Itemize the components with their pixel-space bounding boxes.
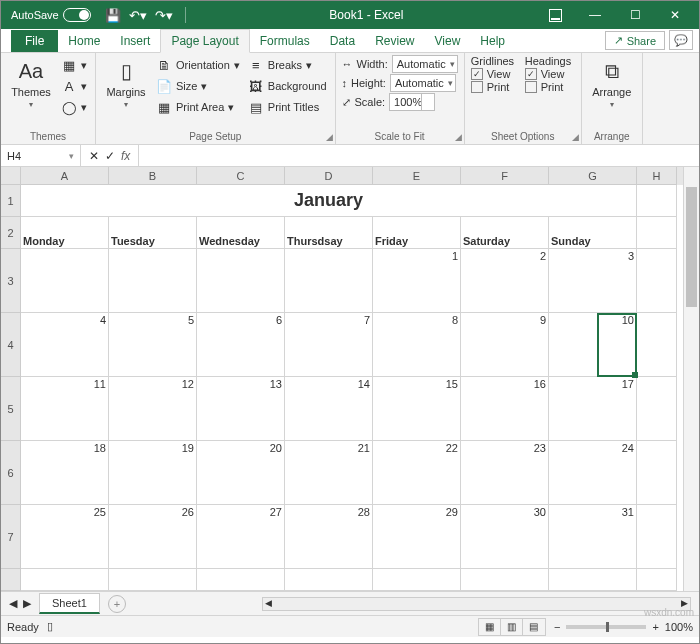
macro-icon[interactable]: ▯: [47, 620, 53, 633]
cell[interactable]: 2: [461, 249, 549, 313]
row-header[interactable]: [1, 569, 21, 591]
print-area-button[interactable]: ▦Print Area ▾: [154, 97, 242, 117]
row-header[interactable]: 4: [1, 313, 21, 377]
cell[interactable]: Friday: [373, 217, 461, 249]
cell[interactable]: [21, 569, 109, 591]
cell[interactable]: 14: [285, 377, 373, 441]
enter-formula-icon[interactable]: ✓: [105, 149, 115, 163]
cell[interactable]: Sunday: [549, 217, 637, 249]
row-header[interactable]: 3: [1, 249, 21, 313]
ribbon-display-icon[interactable]: [535, 1, 575, 29]
cell[interactable]: [461, 569, 549, 591]
next-sheet-icon[interactable]: ▶: [23, 597, 31, 610]
cell[interactable]: 30: [461, 505, 549, 569]
breaks-button[interactable]: ≡Breaks ▾: [246, 55, 329, 75]
column-header[interactable]: E: [373, 167, 461, 185]
cell[interactable]: [373, 569, 461, 591]
close-icon[interactable]: ✕: [655, 1, 695, 29]
row-header[interactable]: 6: [1, 441, 21, 505]
cell[interactable]: 28: [285, 505, 373, 569]
cell[interactable]: [637, 185, 677, 217]
cell[interactable]: Tuesday: [109, 217, 197, 249]
headings-view-check[interactable]: ✓View: [525, 68, 575, 80]
column-header[interactable]: B: [109, 167, 197, 185]
size-button[interactable]: 📄Size ▾: [154, 76, 242, 96]
cell[interactable]: 25: [21, 505, 109, 569]
cell[interactable]: [549, 569, 637, 591]
horizontal-scrollbar[interactable]: [262, 597, 691, 611]
cell[interactable]: Thursdsay: [285, 217, 373, 249]
height-dropdown[interactable]: Automatic: [390, 74, 456, 92]
print-titles-button[interactable]: ▤Print Titles: [246, 97, 329, 117]
page-layout-view-button[interactable]: ▥: [501, 619, 523, 635]
cell[interactable]: [637, 217, 677, 249]
cell[interactable]: 15: [373, 377, 461, 441]
zoom-in-button[interactable]: +: [652, 621, 658, 633]
cell[interactable]: 20: [197, 441, 285, 505]
cell[interactable]: Saturday: [461, 217, 549, 249]
cell[interactable]: 16: [461, 377, 549, 441]
cell[interactable]: 3: [549, 249, 637, 313]
page-break-view-button[interactable]: ▤: [523, 619, 545, 635]
orientation-button[interactable]: 🗎Orientation ▾: [154, 55, 242, 75]
gridlines-print-check[interactable]: Print: [471, 81, 521, 93]
tab-review[interactable]: Review: [365, 30, 424, 52]
cell[interactable]: 31: [549, 505, 637, 569]
page-setup-launcher-icon[interactable]: ◢: [326, 132, 333, 142]
cell[interactable]: [637, 569, 677, 591]
cell[interactable]: [637, 441, 677, 505]
colors-button[interactable]: ▦▾: [59, 55, 89, 75]
column-header[interactable]: G: [549, 167, 637, 185]
cell[interactable]: 17: [549, 377, 637, 441]
tab-help[interactable]: Help: [470, 30, 515, 52]
formula-bar[interactable]: [138, 145, 699, 166]
cell[interactable]: 18: [21, 441, 109, 505]
cell[interactable]: 1: [373, 249, 461, 313]
cell[interactable]: Wednesday: [197, 217, 285, 249]
zoom-slider[interactable]: [566, 625, 646, 629]
maximize-icon[interactable]: ☐: [615, 1, 655, 29]
month-title-cell[interactable]: January: [21, 185, 637, 217]
vertical-scrollbar[interactable]: [683, 167, 699, 591]
cell[interactable]: [21, 249, 109, 313]
cell[interactable]: [197, 249, 285, 313]
cell[interactable]: 27: [197, 505, 285, 569]
cell[interactable]: 26: [109, 505, 197, 569]
cell[interactable]: [285, 249, 373, 313]
scale-spinner[interactable]: 100%: [389, 93, 435, 111]
scale-launcher-icon[interactable]: ◢: [455, 132, 462, 142]
cell[interactable]: Monday: [21, 217, 109, 249]
cell[interactable]: 9: [461, 313, 549, 377]
fx-icon[interactable]: fx: [121, 149, 130, 163]
cell[interactable]: 7: [285, 313, 373, 377]
themes-button[interactable]: Aa Themes ▾: [7, 55, 55, 111]
new-sheet-button[interactable]: +: [108, 595, 126, 613]
autosave-toggle[interactable]: AutoSave: [5, 8, 97, 22]
cell[interactable]: [109, 569, 197, 591]
cell[interactable]: [637, 505, 677, 569]
normal-view-button[interactable]: ▦: [479, 619, 501, 635]
cell[interactable]: 24: [549, 441, 637, 505]
comments-button[interactable]: 💬: [669, 30, 693, 50]
cell[interactable]: 19: [109, 441, 197, 505]
background-button[interactable]: 🖼Background: [246, 76, 329, 96]
tab-file[interactable]: File: [11, 30, 58, 52]
save-icon[interactable]: 💾: [105, 8, 121, 23]
tab-insert[interactable]: Insert: [110, 30, 160, 52]
zoom-out-button[interactable]: −: [554, 621, 560, 633]
sheet-tab[interactable]: Sheet1: [39, 593, 100, 614]
sheet-options-launcher-icon[interactable]: ◢: [572, 132, 579, 142]
cell[interactable]: 12: [109, 377, 197, 441]
zoom-level[interactable]: 100%: [665, 621, 693, 633]
share-button[interactable]: Share: [605, 31, 665, 50]
headings-print-check[interactable]: Print: [525, 81, 575, 93]
cell[interactable]: [285, 569, 373, 591]
column-header[interactable]: A: [21, 167, 109, 185]
row-header[interactable]: 7: [1, 505, 21, 569]
row-header[interactable]: 1: [1, 185, 21, 217]
cell[interactable]: 5: [109, 313, 197, 377]
arrange-button[interactable]: ⧉ Arrange ▾: [588, 55, 636, 111]
margins-button[interactable]: ▯ Margins ▾: [102, 55, 150, 111]
cell[interactable]: [637, 313, 677, 377]
effects-button[interactable]: ◯▾: [59, 97, 89, 117]
